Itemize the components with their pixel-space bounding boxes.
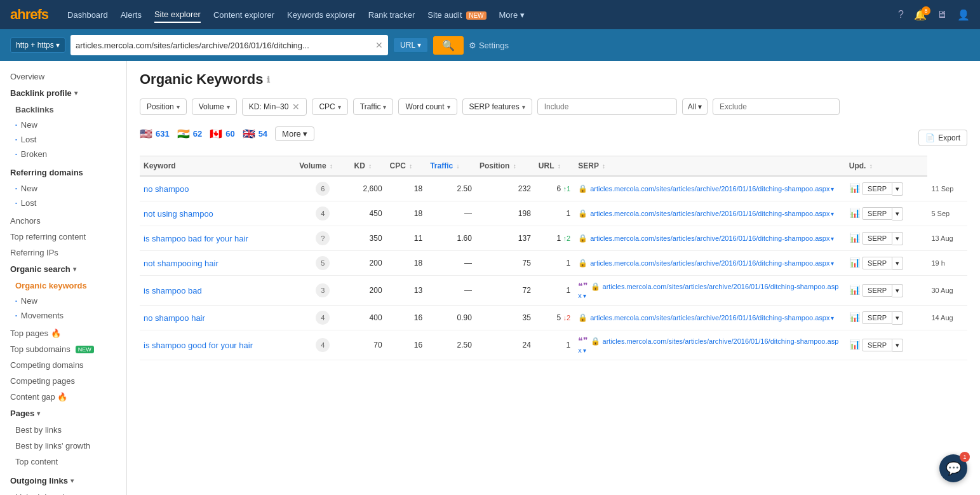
url-link[interactable]: articles.mercola.com/sites/articles/arch… (578, 337, 838, 354)
settings-button[interactable]: ⚙ Settings (469, 41, 509, 50)
serp-dropdown-button[interactable]: ▾ (892, 311, 903, 325)
nav-rank-tracker[interactable]: Rank tracker (368, 8, 415, 22)
traffic-filter[interactable]: Traffic ▾ (353, 98, 394, 115)
url-link[interactable]: articles.mercola.com/sites/articles/arch… (578, 283, 838, 299)
serp-button[interactable]: SERP (862, 257, 892, 269)
chat-bubble[interactable]: 💬 1 (939, 454, 967, 482)
all-dropdown[interactable]: All ▾ (682, 98, 708, 115)
sidebar-heading-organic[interactable]: Organic search ▾ (0, 261, 126, 278)
keyword-link[interactable]: no shampoo (144, 184, 189, 194)
sidebar-sub-organic-new[interactable]: • New (0, 294, 126, 308)
serp-button[interactable]: SERP (862, 339, 892, 351)
cpc-filter[interactable]: CPC ▾ (312, 98, 347, 115)
url-link[interactable]: articles.mercola.com/sites/articles/arch… (590, 210, 829, 217)
sidebar-item-backlinks[interactable]: Backlinks (0, 102, 126, 118)
country-tab-gb[interactable]: 🇬🇧 54 (243, 126, 267, 142)
sidebar-item-referring-ips[interactable]: Referring IPs (0, 245, 126, 261)
sidebar-heading-referring[interactable]: Referring domains (0, 164, 126, 181)
nav-more[interactable]: More ▾ (499, 8, 525, 22)
url-link[interactable]: articles.mercola.com/sites/articles/arch… (590, 185, 829, 193)
sidebar-item-top-content[interactable]: Top content (0, 454, 126, 470)
help-icon[interactable]: ? (898, 9, 904, 20)
exclude-input[interactable] (713, 98, 840, 115)
serp-button[interactable]: SERP (862, 232, 892, 245)
chart-icon[interactable]: 📊 (849, 312, 860, 322)
sidebar-item-top-referring[interactable]: Top referring content (0, 229, 126, 245)
keyword-link[interactable]: is shampoo bad (144, 286, 202, 295)
col-position[interactable]: Position ↕ (476, 156, 535, 177)
sidebar-sub-backlinks-broken[interactable]: • Broken (0, 147, 126, 161)
serp-dropdown-button[interactable]: ▾ (892, 182, 903, 196)
sidebar-item-anchors[interactable]: Anchors (0, 213, 126, 229)
chart-icon[interactable]: 📊 (849, 183, 860, 193)
clear-url-icon[interactable]: ✕ (375, 40, 383, 50)
col-traffic[interactable]: Traffic ↓ (426, 156, 476, 177)
sidebar-item-best-by-links-growth[interactable]: Best by links' growth (0, 438, 126, 454)
sidebar-sub-organic-movements[interactable]: • Movements (0, 308, 126, 323)
serp-button[interactable]: SERP (862, 207, 892, 220)
url-dropdown-icon[interactable]: ▾ (831, 210, 834, 217)
col-cpc[interactable]: CPC ↕ (386, 156, 427, 177)
sidebar-item-best-by-links[interactable]: Best by links (0, 422, 126, 438)
nav-keywords-explorer[interactable]: Keywords explorer (287, 8, 356, 22)
search-type-dropdown[interactable]: URL ▾ (393, 37, 428, 53)
chart-icon[interactable]: 📊 (849, 339, 860, 349)
col-serp[interactable]: SERP ↕ (574, 156, 845, 177)
url-dropdown-icon[interactable]: ▾ (831, 186, 834, 193)
sidebar-heading-pages[interactable]: Pages ▾ (0, 405, 126, 422)
sidebar-item-competing-pages[interactable]: Competing pages (0, 373, 126, 389)
keyword-link[interactable]: is shampoo good for your hair (144, 341, 253, 350)
url-link[interactable]: articles.mercola.com/sites/articles/arch… (590, 314, 829, 322)
sidebar-heading-outgoing[interactable]: Outgoing links ▾ (0, 472, 126, 489)
kd-remove-icon[interactable]: ✕ (292, 102, 300, 112)
sidebar-item-top-pages[interactable]: Top pages 🔥 (0, 325, 126, 341)
chart-icon[interactable]: 📊 (849, 233, 860, 243)
url-link[interactable]: articles.mercola.com/sites/articles/arch… (590, 234, 829, 242)
sidebar-item-organic-keywords[interactable]: Organic keywords (0, 278, 126, 294)
position-filter[interactable]: Position ▾ (140, 98, 187, 115)
sidebar-sub-backlinks-lost[interactable]: • Lost (0, 132, 126, 147)
sidebar-item-top-subdomains[interactable]: Top subdomains NEW (0, 341, 126, 357)
nav-dashboard[interactable]: Dashboard (67, 8, 108, 22)
serp-dropdown-button[interactable]: ▾ (892, 207, 903, 220)
protocol-dropdown[interactable]: http + https ▾ (10, 37, 65, 53)
sidebar-item-competing-domains[interactable]: Competing domains (0, 357, 126, 373)
keyword-link[interactable]: no shampoo hair (144, 313, 205, 323)
export-button[interactable]: 📄 Export (918, 130, 967, 146)
word-count-filter[interactable]: Word count ▾ (398, 98, 457, 115)
serp-dropdown-button[interactable]: ▾ (892, 284, 903, 297)
sidebar-sub-referring-new[interactable]: • New (0, 181, 126, 196)
chart-icon[interactable]: 📊 (849, 208, 860, 218)
country-tab-ca[interactable]: 🇨🇦 60 (210, 126, 234, 142)
nav-content-explorer[interactable]: Content explorer (213, 8, 274, 22)
nav-alerts[interactable]: Alerts (121, 8, 142, 22)
nav-site-explorer[interactable]: Site explorer (154, 7, 201, 23)
col-kd[interactable]: KD ↕ (351, 156, 386, 177)
sidebar-sub-referring-lost[interactable]: • Lost (0, 196, 126, 210)
logo[interactable]: ahrefs (10, 6, 48, 23)
nav-site-audit[interactable]: Site audit NEW (427, 8, 486, 22)
sidebar-sub-backlinks-new[interactable]: • New (0, 118, 126, 132)
url-input[interactable] (76, 41, 375, 50)
country-tab-in[interactable]: 🇮🇳 62 (177, 126, 202, 142)
include-input[interactable] (537, 98, 677, 115)
kd-filter[interactable]: KD: Min–30 ✕ (242, 98, 307, 116)
country-tab-us[interactable]: 🇺🇸 631 (140, 126, 170, 142)
sidebar-item-linked-domains[interactable]: Linked domains (0, 489, 126, 495)
volume-filter[interactable]: Volume ▾ (192, 98, 237, 115)
keyword-link[interactable]: is shampoo bad for your hair (144, 234, 248, 243)
url-dropdown-icon[interactable]: ▾ (831, 315, 834, 322)
monitor-icon[interactable]: 🖥 (937, 9, 947, 20)
serp-features-filter[interactable]: SERP features ▾ (462, 98, 532, 115)
chart-icon[interactable]: 📊 (849, 285, 860, 295)
serp-dropdown-button[interactable]: ▾ (892, 339, 903, 352)
serp-button[interactable]: SERP (862, 311, 892, 324)
col-url[interactable]: URL ↕ (535, 156, 574, 177)
sidebar-item-content-gap[interactable]: Content gap 🔥 (0, 389, 126, 405)
url-dropdown-icon[interactable]: ▾ (831, 260, 834, 267)
serp-button[interactable]: SERP (862, 284, 892, 297)
title-info-icon[interactable]: ℹ (267, 75, 270, 85)
serp-dropdown-button[interactable]: ▾ (892, 232, 903, 245)
keyword-link[interactable]: not using shampoo (144, 209, 213, 219)
url-dropdown-icon[interactable]: ▾ (583, 347, 586, 354)
